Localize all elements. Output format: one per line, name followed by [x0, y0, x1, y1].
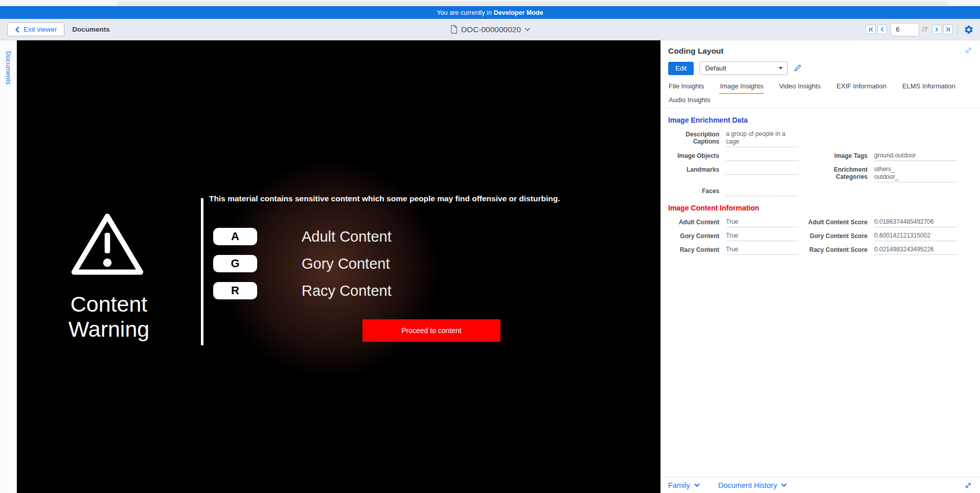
- field-label: Landmarks: [668, 166, 719, 173]
- expand-panel-button[interactable]: [965, 482, 972, 489]
- collapse-panel-icon[interactable]: [965, 46, 972, 54]
- layout-select[interactable]: Default: [699, 61, 788, 75]
- field-value: True: [726, 232, 799, 241]
- field-label: [805, 130, 868, 131]
- last-page-button[interactable]: [943, 25, 953, 34]
- proceed-to-content-button[interactable]: Proceed to content: [362, 319, 500, 342]
- racy-label: Racy Content: [302, 283, 392, 299]
- tab-video-insights[interactable]: Video Insights: [779, 80, 821, 94]
- field-label: Faces: [668, 187, 719, 195]
- field-value: ground,outdoor: [874, 152, 957, 161]
- field-value: True: [726, 246, 799, 255]
- chevron-down-icon: [694, 483, 700, 487]
- field-row-description-captions: Description Captions a group of people i…: [660, 130, 980, 147]
- field-label: Description Captions: [668, 130, 719, 145]
- field-value: [874, 187, 957, 196]
- breadcrumb: Documents: [72, 26, 110, 33]
- field-value: 0.0186374485492706: [874, 218, 957, 227]
- left-rail: Documents: [0, 40, 17, 493]
- content-categories: A Adult Content G Gory Content R Racy Co…: [213, 228, 392, 309]
- content-warning-title: Content Warning: [43, 292, 174, 342]
- field-value: [874, 130, 957, 139]
- document-title-dropdown[interactable]: DOC-000000020: [450, 25, 530, 34]
- gear-icon[interactable]: [964, 25, 974, 35]
- field-row-racy-content: Racy Content True Racy Content Score 0.0…: [660, 246, 980, 255]
- panel-footer: Family Document History: [660, 477, 980, 493]
- document-title: DOC-000000020: [461, 25, 521, 34]
- field-value: 0.0214983243495226: [874, 246, 957, 255]
- field-label: [805, 187, 868, 187]
- banner-text: You are currently in: [437, 9, 492, 16]
- documents-rail-tab[interactable]: Documents: [5, 51, 12, 85]
- page-navigation: /7: [864, 23, 974, 36]
- category-row-racy: R Racy Content: [213, 282, 392, 299]
- page-number-input[interactable]: [891, 23, 919, 36]
- racy-badge: R: [213, 282, 257, 299]
- content-info-section-heading: Image Content Information: [660, 204, 980, 212]
- field-row-adult-content: Adult Content True Adult Content Score 0…: [660, 218, 980, 227]
- viewer-toolbar: Exit viewer Documents DOC-000000020 /7: [0, 19, 980, 40]
- tab-image-insights[interactable]: Image Insights: [719, 80, 764, 94]
- field-row-landmarks-categories: Landmarks Enrichment Categories others_ …: [660, 166, 980, 182]
- divider-bar: [201, 198, 203, 345]
- field-row-image-objects-tags: Image Objects Image Tags ground,outdoor: [660, 152, 980, 161]
- field-label: Gory Content: [668, 232, 719, 240]
- field-value: a group of people in a cage: [726, 130, 799, 147]
- panel-tabs: File Insights Image Insights Video Insig…: [660, 75, 980, 108]
- field-label: Racy Content: [668, 246, 719, 253]
- field-value: 0.600142121315002: [874, 232, 957, 241]
- adult-label: Adult Content: [302, 228, 392, 245]
- layout-select-value: Default: [705, 64, 726, 72]
- field-value: [726, 187, 799, 196]
- field-label: Racy Content Score: [805, 246, 868, 253]
- first-page-icon: [868, 27, 874, 32]
- main-area: Documents Content Warning This material …: [0, 40, 980, 493]
- sensitive-content-message: This material contains sensitive content…: [209, 194, 560, 203]
- tab-elms-information[interactable]: ELMS Information: [902, 80, 956, 94]
- last-page-icon: [945, 27, 951, 32]
- first-page-button[interactable]: [866, 25, 876, 34]
- field-value: True: [726, 218, 799, 227]
- field-value: [726, 166, 799, 175]
- banner-mode-text: Developer Mode: [494, 9, 543, 16]
- chevron-left-icon: [15, 27, 19, 33]
- edit-button[interactable]: Edit: [668, 62, 694, 75]
- chevron-right-icon: [934, 27, 940, 32]
- field-label: Adult Content Score: [805, 218, 868, 226]
- enrichment-section-heading: Image Enrichment Data: [660, 116, 980, 124]
- document-history-dropdown[interactable]: Document History: [718, 481, 787, 489]
- exit-viewer-button[interactable]: Exit viewer: [7, 22, 64, 36]
- field-value: others_ outdoor_: [874, 166, 957, 182]
- chevron-left-icon: [879, 27, 885, 32]
- warning-triangle-icon: [70, 211, 145, 279]
- field-label: Image Tags: [805, 152, 868, 159]
- field-label: Enrichment Categories: [805, 166, 868, 180]
- document-history-label: Document History: [718, 481, 777, 489]
- document-icon: [450, 25, 458, 34]
- expand-icon: [965, 482, 972, 489]
- toolbar-divider: [958, 24, 958, 35]
- browser-chrome-strip: [0, 0, 980, 6]
- previous-page-button[interactable]: [877, 25, 887, 34]
- gory-badge: G: [213, 255, 257, 272]
- category-row-gory: G Gory Content: [213, 255, 392, 272]
- pencil-icon[interactable]: [793, 64, 802, 73]
- field-value: [726, 152, 799, 161]
- gory-label: Gory Content: [302, 255, 390, 272]
- category-row-adult: A Adult Content: [213, 228, 392, 245]
- family-label: Family: [668, 481, 690, 489]
- family-dropdown[interactable]: Family: [668, 481, 700, 489]
- exit-viewer-label: Exit viewer: [24, 26, 57, 33]
- next-page-button[interactable]: [932, 25, 942, 34]
- tab-audio-insights[interactable]: Audio Insights: [668, 94, 711, 108]
- select-caret-icon: [779, 67, 783, 69]
- adult-badge: A: [213, 228, 257, 245]
- coding-layout-panel: Coding Layout Edit Default File Insights…: [660, 40, 980, 493]
- chevron-down-icon: [781, 483, 787, 487]
- field-row-faces: Faces: [660, 187, 980, 196]
- chevron-down-icon: [525, 28, 530, 32]
- tab-exif-information[interactable]: EXIF Information: [836, 80, 887, 94]
- field-row-gory-content: Gory Content True Gory Content Score 0.6…: [660, 232, 980, 241]
- page-total: /7: [922, 26, 928, 33]
- tab-file-insights[interactable]: File Insights: [668, 80, 704, 94]
